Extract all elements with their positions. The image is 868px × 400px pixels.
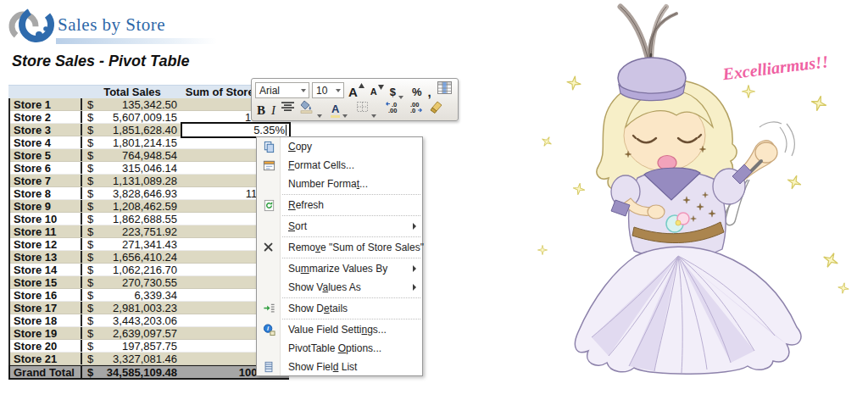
store-name-cell[interactable]: Store 16 <box>10 289 82 301</box>
table-row[interactable]: Store 5$764,948.54 <box>10 149 289 162</box>
increase-decimal-button[interactable]: .0.00 <box>383 101 403 118</box>
menu-item-copy[interactable]: Copy <box>257 137 422 156</box>
chevron-down-icon[interactable] <box>342 114 348 118</box>
menu-item-show-field-list[interactable]: Show Field List <box>257 358 422 376</box>
total-sales-cell[interactable]: $271,341.43 <box>82 238 182 250</box>
store-name-cell[interactable]: Store 20 <box>10 340 82 352</box>
store-name-cell[interactable]: Store 7 <box>10 175 82 186</box>
table-row[interactable]: Store 18$3,443,203.06 <box>10 314 289 327</box>
total-sales-cell[interactable]: $2,981,003.23 <box>82 302 182 314</box>
store-name-cell[interactable]: Store 6 <box>10 162 82 174</box>
store-name-cell[interactable]: Store 11 <box>10 225 82 237</box>
table-row[interactable]: Store 10$1,862,688.55 <box>10 213 289 225</box>
menu-item-remove-sum-of-store-sales[interactable]: Remove "Sum of Store Sales" <box>257 238 422 257</box>
menu-item-number-format[interactable]: Number Format... <box>257 175 422 193</box>
menu-item-show-values-as[interactable]: Show Values As <box>257 278 422 297</box>
table-row[interactable]: Store 6$315,046.14 <box>10 162 289 175</box>
table-row[interactable]: Store 14$1,062,216.70 <box>10 264 289 276</box>
fill-color-button[interactable] <box>298 101 326 118</box>
table-row[interactable]: Store 21$3,327,081.46 <box>10 353 289 365</box>
chevron-down-icon[interactable] <box>371 114 376 118</box>
comma-style-button[interactable]: , <box>426 82 433 99</box>
store-name-cell[interactable]: Store 12 <box>10 238 82 250</box>
total-sales-cell[interactable]: $5,607,009.15 <box>82 111 182 123</box>
total-sales-cell[interactable]: $197,857.75 <box>82 340 182 352</box>
total-sales-cell[interactable]: $1,131,089.28 <box>82 175 182 186</box>
store-name-cell[interactable]: Store 8 <box>10 187 82 199</box>
total-sales-cell[interactable]: $270,730.55 <box>82 276 182 288</box>
store-name-cell[interactable]: Store 5 <box>10 149 82 161</box>
total-sales-cell[interactable]: $223,751.92 <box>82 225 182 237</box>
shrink-font-button[interactable]: A <box>369 82 386 99</box>
table-row[interactable]: Store 12$271,341.43 <box>10 238 289 251</box>
decrease-decimal-button[interactable]: .00.0 <box>405 101 425 118</box>
total-sales-cell[interactable]: $1,851,628.40 <box>82 124 182 136</box>
table-row[interactable]: Store 4$1,801,214.15 <box>10 136 289 149</box>
grand-total-row[interactable]: Grand Total $ 34,585,109.48 100.00% <box>8 365 289 380</box>
store-name-cell[interactable]: Store 3 <box>10 124 82 136</box>
total-sales-cell[interactable]: $764,948.54 <box>82 149 182 161</box>
table-row[interactable]: Store 19$2,639,097.57 <box>10 327 289 340</box>
store-name-cell[interactable]: Store 9 <box>10 200 82 212</box>
format-cells-icon <box>257 159 281 172</box>
store-name-cell[interactable]: Store 19 <box>10 327 82 339</box>
store-name-cell[interactable]: Store 21 <box>10 353 82 364</box>
menu-item-refresh[interactable]: Refresh <box>257 196 422 214</box>
menu-item-show-details[interactable]: Show Details <box>257 299 422 318</box>
font-color-button[interactable]: A <box>329 101 352 118</box>
store-name-cell[interactable]: Store 1 <box>10 98 82 110</box>
grow-font-button[interactable]: A <box>347 82 366 99</box>
grand-total-sales-cell[interactable]: $ 34,585,109.48 <box>82 366 182 378</box>
store-name-cell[interactable]: Store 4 <box>10 136 82 148</box>
submenu-arrow-icon <box>413 223 416 230</box>
total-sales-cell[interactable]: $3,327,081.46 <box>82 353 182 364</box>
total-sales-cell[interactable]: $1,656,410.24 <box>82 251 182 263</box>
borders-button[interactable] <box>354 101 381 118</box>
total-sales-cell[interactable]: $1,062,216.70 <box>82 264 182 275</box>
italic-button[interactable]: I <box>270 101 277 118</box>
total-sales-cell[interactable]: $135,342.50 <box>82 98 182 110</box>
total-sales-cell[interactable]: $1,862,688.55 <box>82 213 182 225</box>
store-name-cell[interactable]: Store 13 <box>10 251 82 263</box>
table-row[interactable]: Store 16$6,339.34 <box>10 289 289 302</box>
table-row[interactable]: Store 8$3,828,646.9311.07% <box>10 187 289 200</box>
font-size-select[interactable]: 10 <box>312 82 344 98</box>
center-align-button[interactable] <box>280 101 296 118</box>
table-row[interactable]: Store 13$1,656,410.24 <box>10 251 289 264</box>
chevron-down-icon[interactable] <box>317 114 322 118</box>
format-as-table-button[interactable] <box>436 82 453 99</box>
menu-item-pivottable-options[interactable]: PivotTable Options... <box>257 339 422 358</box>
total-sales-cell[interactable]: $1,208,462.59 <box>82 200 182 212</box>
store-name-cell[interactable]: Store 10 <box>10 213 82 225</box>
table-row[interactable]: Store 1$135,342.50 <box>10 98 289 111</box>
table-row[interactable]: Store 15$270,730.55 <box>10 276 289 289</box>
accounting-format-button[interactable]: $ <box>388 82 408 99</box>
table-row[interactable]: Store 9$1,208,462.59 <box>10 200 289 213</box>
menu-item-format-cells[interactable]: Format Cells... <box>257 156 422 175</box>
table-row[interactable]: Store 20$197,857.75 <box>10 340 289 353</box>
format-painter-button[interactable] <box>427 101 444 118</box>
table-row[interactable]: Store 11$223,751.92 <box>10 225 289 238</box>
store-name-cell[interactable]: Store 2 <box>10 111 82 123</box>
store-name-cell[interactable]: Store 14 <box>10 264 82 275</box>
total-sales-cell[interactable]: $3,828,646.93 <box>82 187 182 199</box>
store-name-cell[interactable]: Store 17 <box>10 302 82 314</box>
menu-item-sort[interactable]: Sort <box>257 217 422 236</box>
store-name-cell[interactable]: Store 18 <box>10 314 82 326</box>
bold-button[interactable]: B <box>255 101 267 118</box>
total-sales-cell[interactable]: $3,443,203.06 <box>82 314 182 326</box>
percent-style-button[interactable]: % <box>410 82 424 99</box>
table-row[interactable]: Store 7$1,131,089.28 <box>10 175 289 187</box>
chevron-down-icon[interactable] <box>336 89 341 92</box>
font-name-select[interactable]: Arial <box>255 82 309 98</box>
total-sales-cell[interactable]: $315,046.14 <box>82 162 182 174</box>
total-sales-cell[interactable]: $2,639,097.57 <box>82 327 182 339</box>
total-sales-cell[interactable]: $1,801,214.15 <box>82 136 182 148</box>
store-name-cell[interactable]: Store 15 <box>10 276 82 288</box>
menu-item-value-field-settings[interactable]: iValue Field Settings... <box>257 320 422 339</box>
table-row[interactable]: Store 17$2,981,003.23 <box>10 302 289 314</box>
chevron-down-icon[interactable] <box>398 96 403 99</box>
chevron-down-icon[interactable] <box>301 89 306 92</box>
total-sales-cell[interactable]: $6,339.34 <box>82 289 182 301</box>
menu-item-summarize-values-by[interactable]: Summarize Values By <box>257 259 422 278</box>
